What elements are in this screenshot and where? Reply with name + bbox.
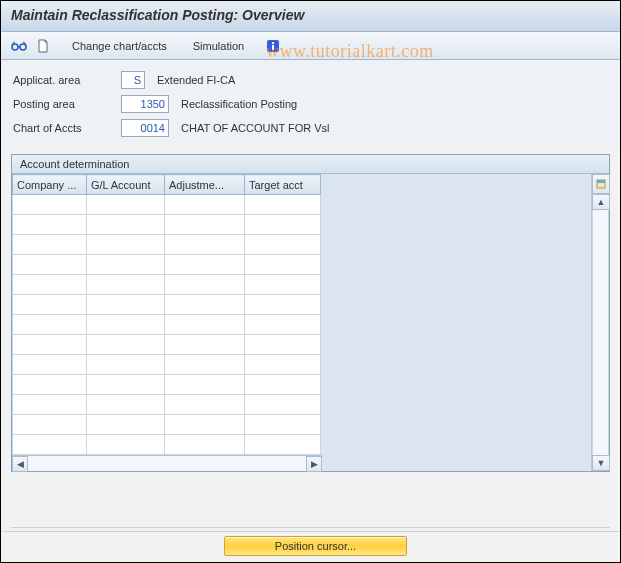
row-posting-area: Posting area Reclassification Posting [13, 94, 608, 114]
cell[interactable] [165, 375, 245, 395]
cell[interactable] [245, 415, 321, 435]
cell[interactable] [87, 235, 165, 255]
cell[interactable] [13, 335, 87, 355]
input-applicat-area[interactable] [121, 71, 145, 89]
table-row[interactable] [13, 215, 321, 235]
table-row[interactable] [13, 435, 321, 455]
vertical-scrollbar[interactable]: ▲ ▼ [591, 174, 609, 471]
toolbar: Change chart/accts Simulation [1, 32, 620, 60]
svg-rect-6 [597, 180, 605, 183]
cell[interactable] [13, 315, 87, 335]
cell[interactable] [165, 275, 245, 295]
cell[interactable] [165, 195, 245, 215]
table-row[interactable] [13, 295, 321, 315]
table-wrap: Company ... G/L Account Adjustme... Targ… [12, 174, 609, 471]
cell[interactable] [165, 415, 245, 435]
svg-rect-3 [272, 42, 274, 44]
hscroll-track[interactable] [28, 456, 306, 471]
scroll-up-icon[interactable]: ▲ [592, 194, 610, 210]
scroll-left-icon[interactable]: ◀ [12, 456, 28, 472]
cell[interactable] [87, 275, 165, 295]
info-icon[interactable] [263, 36, 283, 56]
form-area: Applicat. area Extended FI-CA Posting ar… [1, 60, 620, 148]
col-gl-account[interactable]: G/L Account [87, 175, 165, 195]
cell[interactable] [165, 335, 245, 355]
new-page-icon[interactable] [33, 36, 53, 56]
cell[interactable] [87, 255, 165, 275]
cell[interactable] [165, 395, 245, 415]
horizontal-scrollbar[interactable]: ◀ ▶ [12, 455, 322, 471]
cell[interactable] [245, 395, 321, 415]
col-target-acct[interactable]: Target acct [245, 175, 321, 195]
cell[interactable] [165, 355, 245, 375]
desc-chart-of-accts: CHAT OF ACCOUNT FOR Vsl [181, 122, 330, 134]
cell[interactable] [245, 335, 321, 355]
cell[interactable] [245, 435, 321, 455]
table-row[interactable] [13, 375, 321, 395]
cell[interactable] [13, 375, 87, 395]
table-row[interactable] [13, 315, 321, 335]
label-applicat-area: Applicat. area [13, 74, 121, 86]
cell[interactable] [165, 235, 245, 255]
cell[interactable] [245, 315, 321, 335]
simulation-button[interactable]: Simulation [186, 37, 251, 55]
cell[interactable] [245, 355, 321, 375]
input-chart-of-accts[interactable] [121, 119, 169, 137]
cell[interactable] [245, 295, 321, 315]
position-cursor-button[interactable]: Position cursor... [224, 536, 407, 556]
vscroll-track[interactable] [592, 210, 609, 455]
svg-point-1 [20, 44, 26, 50]
cell[interactable] [13, 275, 87, 295]
scroll-down-icon[interactable]: ▼ [592, 455, 610, 471]
cell[interactable] [13, 235, 87, 255]
cell[interactable] [87, 395, 165, 415]
cell[interactable] [165, 255, 245, 275]
cell[interactable] [165, 435, 245, 455]
cell[interactable] [87, 195, 165, 215]
cell[interactable] [13, 195, 87, 215]
cell[interactable] [245, 255, 321, 275]
cell[interactable] [87, 415, 165, 435]
cell[interactable] [165, 315, 245, 335]
table-row[interactable] [13, 275, 321, 295]
cell[interactable] [245, 215, 321, 235]
col-company[interactable]: Company ... [13, 175, 87, 195]
svg-point-0 [12, 44, 18, 50]
cell[interactable] [87, 335, 165, 355]
desc-posting-area: Reclassification Posting [181, 98, 297, 110]
title-bar: Maintain Reclassification Posting: Overv… [1, 1, 620, 32]
col-adjustment[interactable]: Adjustme... [165, 175, 245, 195]
table-row[interactable] [13, 395, 321, 415]
cell[interactable] [165, 215, 245, 235]
cell[interactable] [87, 295, 165, 315]
cell[interactable] [87, 375, 165, 395]
scroll-right-icon[interactable]: ▶ [306, 456, 322, 472]
cell[interactable] [87, 355, 165, 375]
change-chart-accts-button[interactable]: Change chart/accts [65, 37, 174, 55]
cell[interactable] [13, 215, 87, 235]
cell[interactable] [13, 355, 87, 375]
cell[interactable] [13, 395, 87, 415]
cell[interactable] [13, 415, 87, 435]
cell[interactable] [87, 315, 165, 335]
cell[interactable] [13, 295, 87, 315]
cell[interactable] [245, 375, 321, 395]
cell[interactable] [165, 295, 245, 315]
table-row[interactable] [13, 235, 321, 255]
cell[interactable] [87, 215, 165, 235]
table-row[interactable] [13, 195, 321, 215]
table-settings-icon[interactable] [592, 174, 610, 194]
table-row[interactable] [13, 255, 321, 275]
table-row[interactable] [13, 335, 321, 355]
cell[interactable] [245, 235, 321, 255]
label-posting-area: Posting area [13, 98, 121, 110]
cell[interactable] [87, 435, 165, 455]
cell[interactable] [245, 195, 321, 215]
cell[interactable] [245, 275, 321, 295]
cell[interactable] [13, 435, 87, 455]
table-row[interactable] [13, 355, 321, 375]
input-posting-area[interactable] [121, 95, 169, 113]
cell[interactable] [13, 255, 87, 275]
glasses-icon[interactable] [9, 36, 29, 56]
table-row[interactable] [13, 415, 321, 435]
